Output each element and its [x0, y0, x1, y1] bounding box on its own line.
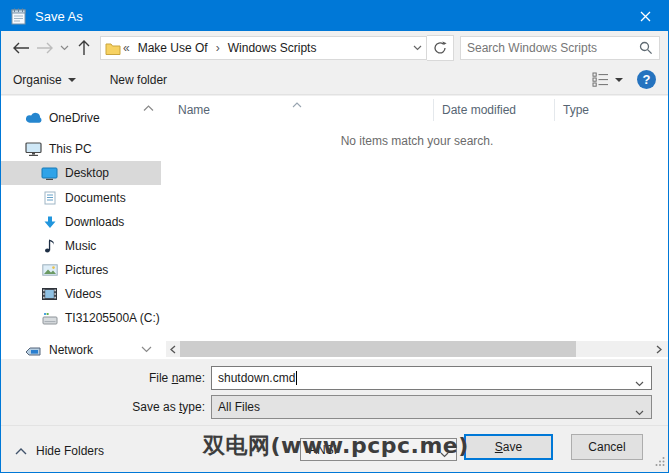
- sidebar-item-label: This PC: [49, 142, 92, 156]
- organise-label: Organise: [13, 73, 62, 87]
- breadcrumb-overflow[interactable]: «: [121, 41, 132, 55]
- scroll-right-arrow[interactable]: [652, 342, 666, 356]
- sidebar-item-local-disk-c[interactable]: TI31205500A (C:): [1, 306, 161, 330]
- picture-icon: [41, 264, 58, 276]
- save-as-dialog: Save As: [0, 0, 669, 473]
- breadcrumb-item[interactable]: Windows Scripts: [222, 41, 323, 55]
- refresh-icon: [433, 41, 447, 55]
- chevron-down-icon: [141, 346, 152, 353]
- refresh-button[interactable]: [427, 35, 454, 61]
- list-view-icon: [592, 72, 609, 87]
- sidebar-item-label: OneDrive: [49, 111, 100, 125]
- save-button[interactable]: Save: [464, 434, 553, 460]
- column-header-name[interactable]: Name: [178, 103, 210, 117]
- sidebar-item-pictures[interactable]: Pictures: [1, 258, 161, 282]
- onedrive-cloud-icon: [25, 112, 42, 124]
- chevron-up-icon: [15, 448, 27, 455]
- hard-drive-icon: [41, 312, 58, 325]
- sidebar-item-label: Pictures: [65, 263, 108, 277]
- column-header-date-modified[interactable]: Date modified: [442, 103, 516, 117]
- help-icon: ?: [643, 72, 651, 87]
- sidebar-item-this-pc[interactable]: This PC: [1, 137, 161, 161]
- sidebar-item-videos[interactable]: Videos: [1, 282, 161, 306]
- file-name-dropdown-icon[interactable]: [635, 376, 644, 390]
- sidebar-item-label: Documents: [65, 191, 126, 205]
- column-header-type[interactable]: Type: [563, 103, 589, 117]
- new-folder-button[interactable]: New folder: [110, 73, 167, 87]
- sidebar-item-documents[interactable]: Documents: [1, 186, 161, 210]
- resize-grip-icon[interactable]: [655, 455, 665, 469]
- address-dropdown-icon[interactable]: [413, 45, 422, 51]
- film-icon: [41, 288, 58, 300]
- column-divider[interactable]: [554, 99, 555, 121]
- view-dropdown-icon: [615, 78, 623, 82]
- view-button[interactable]: [592, 72, 623, 87]
- command-toolbar: Organise New folder ?: [1, 65, 668, 95]
- watermark-text: 双电网(www.pcpc.me): [203, 431, 469, 461]
- sidebar-item-label: Desktop: [65, 166, 109, 180]
- address-bar[interactable]: « Make Use Of › Windows Scripts: [100, 36, 427, 60]
- hide-folders-label: Hide Folders: [36, 444, 104, 458]
- desktop-icon: [41, 167, 58, 180]
- cancel-button[interactable]: Cancel: [571, 434, 643, 460]
- sidebar-scroll-down[interactable]: [141, 342, 152, 356]
- sidebar-item-label: Music: [65, 239, 96, 253]
- chevron-down-icon: [60, 45, 69, 51]
- save-as-type-select[interactable]: All Files: [211, 395, 652, 419]
- chevron-up-icon: [143, 105, 154, 112]
- up-arrow-icon: [78, 40, 90, 56]
- help-button[interactable]: ?: [637, 70, 656, 89]
- sidebar-item-label: Downloads: [65, 215, 124, 229]
- file-list: Name Date modified Type No items match y…: [166, 96, 668, 359]
- search-input[interactable]: [461, 38, 639, 58]
- folder-icon: [105, 42, 121, 55]
- sidebar-item-label: Videos: [65, 287, 101, 301]
- navigation-bar: « Make Use Of › Windows Scripts: [1, 31, 668, 65]
- file-name-row: File name: shutdown.cmd: [1, 366, 668, 390]
- forward-button[interactable]: [33, 36, 57, 60]
- breadcrumb-item[interactable]: Make Use Of: [132, 41, 214, 55]
- document-icon: [41, 191, 58, 205]
- organise-dropdown-icon: [68, 78, 76, 82]
- sidebar-item-onedrive[interactable]: OneDrive: [1, 106, 161, 130]
- file-name-value: shutdown.cmd: [218, 371, 295, 385]
- new-folder-label: New folder: [110, 73, 167, 87]
- text-caret: [296, 371, 297, 385]
- breadcrumb-separator: ›: [214, 41, 222, 55]
- music-note-icon: [41, 239, 58, 253]
- hide-folders-button[interactable]: Hide Folders: [15, 439, 104, 463]
- sidebar-scroll-up[interactable]: [143, 101, 154, 115]
- sidebar-item-desktop[interactable]: Desktop: [1, 161, 161, 185]
- scroll-left-arrow[interactable]: [166, 342, 180, 356]
- sidebar-item-music[interactable]: Music: [1, 234, 161, 258]
- navigation-pane: OneDrive This PC Desktop Documents: [1, 96, 164, 359]
- file-name-input[interactable]: shutdown.cmd: [211, 366, 652, 390]
- sidebar-item-network[interactable]: Network: [1, 338, 161, 362]
- download-arrow-icon: [41, 216, 58, 229]
- notepad-icon: [10, 7, 27, 25]
- back-button[interactable]: [9, 36, 33, 60]
- column-divider[interactable]: [433, 99, 434, 121]
- save-as-type-label: Save as type:: [1, 395, 205, 419]
- sidebar-item-downloads[interactable]: Downloads: [1, 210, 161, 234]
- save-as-type-dropdown-icon: [635, 405, 644, 419]
- titlebar: Save As: [1, 1, 668, 31]
- footer-divider: [1, 425, 668, 426]
- network-icon: [25, 344, 42, 357]
- search-icon[interactable]: [639, 41, 653, 55]
- up-button[interactable]: [72, 36, 96, 60]
- recent-locations-button[interactable]: [57, 36, 72, 60]
- file-name-label: File name:: [1, 366, 205, 390]
- window-title: Save As: [35, 9, 83, 24]
- back-arrow-icon: [12, 42, 30, 54]
- sort-ascending-icon: [292, 97, 302, 111]
- scrollbar-thumb[interactable]: [180, 341, 576, 357]
- forward-arrow-icon: [36, 42, 54, 54]
- dialog-body: OneDrive This PC Desktop Documents: [1, 96, 668, 359]
- close-button[interactable]: [622, 1, 668, 31]
- sidebar-item-label: Network: [49, 343, 93, 357]
- horizontal-scrollbar[interactable]: [166, 341, 668, 357]
- close-icon: [640, 11, 651, 22]
- column-headers: Name Date modified Type: [166, 96, 668, 124]
- organise-button[interactable]: Organise: [13, 73, 76, 87]
